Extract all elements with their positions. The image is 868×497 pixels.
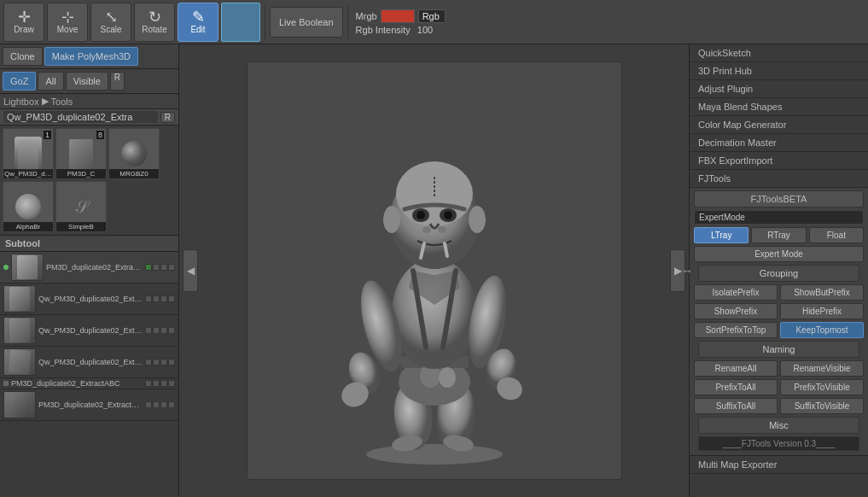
right-item-decimationmaster[interactable]: Decimation Master — [690, 134, 868, 152]
geom-ctrl-0[interactable] — [160, 264, 167, 271]
subtool-controls-3 — [145, 359, 175, 365]
eye-ctrl-3[interactable] — [145, 359, 152, 365]
rgb-intensity-label: Rgb Intensity — [356, 25, 411, 35]
right-item-colormapgenerator[interactable]: Color Map Generator — [690, 116, 868, 134]
edit-tool-btn[interactable]: ✎ Edit — [178, 3, 218, 42]
goz-buttons: GoZ All Visible R — [0, 69, 178, 94]
sort-prefix-to-top-btn[interactable]: SortPrefixToTop — [694, 322, 778, 338]
show-but-prefix-btn[interactable]: ShowButPrefix — [780, 284, 864, 301]
edit-icon: ✎ — [192, 9, 205, 25]
draw-icon: ✛ — [18, 9, 31, 25]
eye-ctrl-0[interactable] — [145, 264, 152, 271]
canvas-area[interactable]: ◀ — [179, 44, 689, 497]
v-ctrl-3[interactable] — [168, 359, 175, 365]
eye-ctrl-5[interactable] — [145, 401, 152, 408]
thumb-alpha[interactable]: AlphaBr — [3, 181, 54, 232]
lock-ctrl-4[interactable] — [153, 380, 160, 387]
expert-mode-btn[interactable]: Expert Mode — [694, 246, 864, 262]
float-btn[interactable]: Float — [809, 227, 864, 243]
subtool-item-3[interactable]: Qw_PM3D_duplicate02_Extract — [0, 347, 178, 378]
prefix-to-visible-btn[interactable]: PrefixToVisible — [780, 379, 864, 395]
right-item-mayablendshapes[interactable]: Maya Blend Shapes — [690, 98, 868, 116]
svg-point-9 — [392, 258, 477, 369]
draw-tool-btn[interactable]: ✛ Draw — [3, 3, 44, 42]
geom-ctrl-5[interactable] — [160, 401, 167, 408]
isolate-show-row: IsolatePrefix ShowButPrefix — [694, 284, 864, 301]
thumb-brush[interactable]: 𝒮 SimpleB — [55, 181, 107, 232]
right-item-quicksketch[interactable]: QuickSketch — [690, 44, 868, 62]
eye-ctrl-1[interactable] — [145, 295, 152, 302]
thumb-sphere[interactable]: MRGBZ0 — [108, 128, 160, 179]
lock-ctrl-5[interactable] — [153, 401, 160, 408]
svg-point-0 — [366, 444, 503, 465]
lock-ctrl-0[interactable] — [153, 264, 160, 271]
lock-ctrl-2[interactable] — [153, 327, 160, 334]
rename-row: RenameAll RenameVisibie — [694, 360, 864, 377]
right-item-multimapexporter[interactable]: Multi Map Exporter — [690, 456, 868, 474]
rename-visible-btn[interactable]: RenameVisibie — [780, 360, 864, 377]
rotate-tool-btn[interactable]: ↻ Rotate — [134, 3, 175, 42]
svg-point-28 — [469, 206, 486, 233]
geom-ctrl-2[interactable] — [160, 327, 167, 334]
expert-mode-input[interactable] — [694, 210, 864, 225]
rename-all-btn[interactable]: RenameAll — [694, 360, 778, 377]
top-toolbar: ✛ Draw ⊹ Move ⤡ Scale ↻ Rotate ✎ Edit Li… — [0, 0, 868, 44]
show-prefix-btn[interactable]: ShowPrefix — [694, 303, 778, 319]
isolate-prefix-btn[interactable]: IsolatePrefix — [694, 284, 778, 301]
brush-icon: 𝒮 — [75, 197, 87, 217]
live-boolean-btn[interactable]: Live Boolean — [270, 7, 343, 38]
geom-ctrl-1[interactable] — [160, 295, 167, 302]
move-tool-btn[interactable]: ⊹ Move — [47, 3, 88, 42]
thumb-tool[interactable]: 8 PM3D_C — [55, 128, 107, 179]
fj-beta-section: FJToolsBETA LTray RTray Float Expert Mod… — [690, 188, 868, 456]
suffix-to-all-btn[interactable]: SuffixToAll — [694, 398, 778, 414]
v-ctrl-5[interactable] — [168, 401, 175, 408]
subtool-item-0[interactable]: PM3D_duplicate02_ExtractABC — [0, 252, 178, 284]
subtool-list: PM3D_duplicate02_ExtractABC Qw_PM3D_dupl… — [0, 252, 178, 497]
geom-ctrl-4[interactable] — [160, 380, 167, 387]
visible-btn[interactable]: Visible — [66, 72, 108, 91]
right-item-fjtools[interactable]: FJTools — [690, 170, 868, 188]
thumb-vest[interactable]: 1 Qw_PM3D_dupli — [3, 128, 54, 179]
resize-handle[interactable]: ↔ — [681, 264, 693, 278]
rtray-btn[interactable]: RTray — [751, 227, 806, 243]
all-btn[interactable]: All — [38, 72, 63, 91]
subtool-item-1[interactable]: Qw_PM3D_duplicate02_Extract — [0, 284, 178, 315]
subtool-item-4[interactable]: PM3D_duplicate02_ExtractABC — [0, 378, 178, 389]
v-ctrl-0[interactable] — [168, 264, 175, 271]
lock-ctrl-3[interactable] — [153, 359, 160, 365]
v-ctrl-4[interactable] — [168, 380, 175, 387]
right-item-adjustplugin[interactable]: Adjust Plugin — [690, 80, 868, 98]
plugin-row: Qw_PM3D_duplicate02_Extra R — [0, 109, 178, 126]
hide-prefix-btn[interactable]: HidePrefix — [780, 303, 864, 319]
right-item-3dprinttub[interactable]: 3D Print Hub — [690, 62, 868, 80]
subtool-controls-2 — [145, 327, 175, 334]
viewport[interactable] — [247, 61, 622, 480]
geom-ctrl-3[interactable] — [160, 359, 167, 365]
mrgb-row: Mrgb Rgb — [356, 9, 446, 23]
v-ctrl-1[interactable] — [168, 295, 175, 302]
v-ctrl-2[interactable] — [168, 327, 175, 334]
suffix-to-visible-btn[interactable]: SuffixToVisible — [780, 398, 864, 414]
subtool-item-5[interactable]: PM3D_duplicate02_ExtractABC — [0, 389, 178, 421]
prefix-to-all-btn[interactable]: PrefixToAll — [694, 379, 778, 395]
plugin-name: Qw_PM3D_duplicate02_Extra — [3, 111, 158, 123]
lock-ctrl-1[interactable] — [153, 295, 160, 302]
eye-ctrl-2[interactable] — [145, 327, 152, 334]
rgb-swatch[interactable] — [381, 9, 415, 23]
make-polymesh-btn[interactable]: Make PolyMesh3D — [44, 47, 138, 66]
thumbnail-area: 1 Qw_PM3D_dupli 8 PM3D_C MRGBZ0 AlphaBr … — [0, 126, 178, 236]
ltray-btn[interactable]: LTray — [694, 227, 749, 243]
scroll-left-btn[interactable]: ◀ — [183, 249, 198, 292]
right-item-fbxexportimport[interactable]: FBX ExportImport — [690, 152, 868, 170]
eye-ctrl-4[interactable] — [145, 380, 152, 387]
scale-tool-btn[interactable]: ⤡ Scale — [90, 3, 131, 42]
color-swatch[interactable] — [221, 3, 260, 42]
keep-topmost-btn[interactable]: KeepTopmost — [780, 322, 864, 338]
tools-label: Tools — [51, 96, 73, 107]
clone-btn[interactable]: Clone — [3, 47, 43, 66]
naming-header: Naming — [698, 341, 859, 358]
goz-btn[interactable]: GoZ — [3, 72, 36, 91]
subtool-controls-5 — [145, 401, 175, 408]
subtool-item-2[interactable]: Qw_PM3D_duplicate02_Extract — [0, 315, 178, 347]
